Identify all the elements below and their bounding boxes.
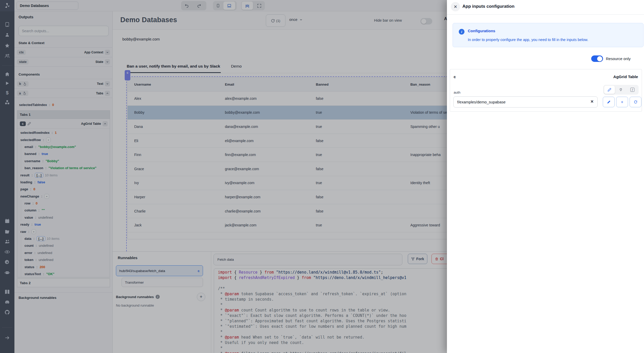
windmill-app-editor: $ |0| Outputs State & Context [0,0,644,353]
clear-x-icon[interactable]: ✕ [590,99,594,104]
component-input-card: c AgGrid Table auth ƒ ✕ + [450,69,642,112]
resource-path-input[interactable] [453,96,598,108]
input-mode-toolbar: ƒ [603,85,639,95]
drawer-backdrop[interactable] [0,0,447,353]
drawer-title: App inputs configuration [462,4,514,9]
add-resource-plus-icon[interactable]: + [616,97,628,107]
field-label: auth [454,91,460,94]
resource-only-toggle[interactable] [591,55,603,62]
info-icon: i [459,29,464,35]
app-inputs-drawer: ✕ App inputs configuration i Configurati… [447,0,644,353]
divider [447,14,644,15]
component-id: c [454,75,456,79]
edit-resource-pen-icon[interactable] [603,97,615,107]
configurations-info-box: i Configurations In order to properly co… [453,23,643,47]
refresh-resource-icon[interactable] [630,97,641,107]
resource-only-label: Resource only [606,56,631,61]
static-mode-pencil-icon[interactable] [604,86,615,94]
component-type: AgGrid Table [613,75,638,79]
info-title: Configurations [468,29,495,33]
connect-mode-plug-icon[interactable] [615,86,626,94]
close-icon[interactable]: ✕ [451,2,460,11]
eval-mode-function-icon[interactable]: ƒ [627,86,638,94]
info-body: In order to properly configure the app, … [468,38,588,42]
